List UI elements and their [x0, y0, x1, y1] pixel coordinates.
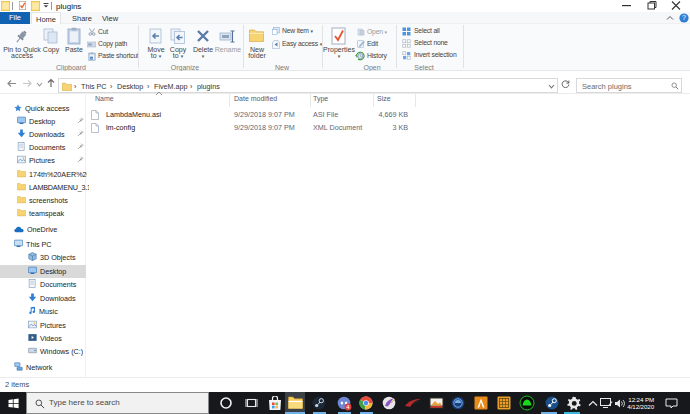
- svg-text:?: ?: [682, 14, 686, 21]
